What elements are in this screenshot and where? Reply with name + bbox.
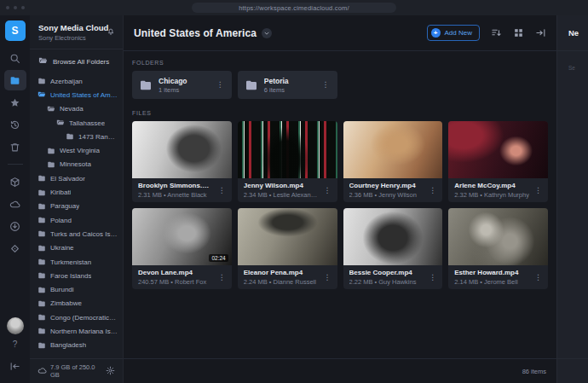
- file-thumbnail[interactable]: [238, 121, 337, 178]
- file-caption: Devon Lane.mp4240.57 MB • Robert Fox⋮: [132, 265, 232, 289]
- file-name: Arlene McCoy.mp4: [454, 182, 529, 189]
- toolbar: + Add New: [427, 25, 546, 41]
- tree-item-label: 1473 Ranchview …: [78, 133, 118, 141]
- user-avatar[interactable]: [7, 317, 24, 334]
- kebab-menu-icon[interactable]: ⋮: [426, 185, 439, 196]
- kebab-menu-icon[interactable]: ⋮: [321, 272, 334, 283]
- file-meta: 2.31 MB • Annette Black: [138, 191, 213, 199]
- window-dot[interactable]: [6, 6, 9, 9]
- folder-tree: AzerbaijanUnited States of AmericaNevada…: [30, 73, 123, 358]
- file-card-bessie-cooper-mp4[interactable]: Bessie Cooper.mp42.22 MB • Guy Hawkins⋮: [343, 208, 443, 289]
- sidebar-item-west-virginia[interactable]: West Virginia: [30, 143, 123, 157]
- file-thumbnail[interactable]: [343, 208, 443, 265]
- history-icon[interactable]: [4, 114, 26, 135]
- kebab-menu-icon[interactable]: ⋮: [532, 185, 545, 196]
- sidebar-item-tallahassee[interactable]: Tallahassee: [30, 116, 123, 130]
- file-card-esther-howard-mp4[interactable]: Esther Howard.mp42.14 MB • Jerome Bell⋮: [448, 208, 548, 289]
- sidebar-item-united-states-of-america[interactable]: United States of America: [30, 88, 123, 102]
- add-new-button[interactable]: + Add New: [427, 25, 480, 41]
- file-meta: 2.14 MB • Jerome Bell: [454, 278, 529, 286]
- window-dot[interactable]: [21, 6, 25, 9]
- sidebar-item-poland[interactable]: Poland: [30, 213, 123, 227]
- sidebar-item-zimbabwe[interactable]: Zimbabwe: [30, 297, 123, 310]
- file-card-devon-lane-mp4[interactable]: 02:24Devon Lane.mp4240.57 MB • Robert Fo…: [132, 208, 232, 289]
- help-button[interactable]: ?: [13, 339, 18, 349]
- folder-icon[interactable]: [4, 70, 26, 90]
- trash-icon[interactable]: [4, 136, 26, 157]
- file-meta: 2.32 MB • Kathryn Murphy: [454, 191, 529, 199]
- file-card-brooklyn-simmons-mp4[interactable]: Brooklyn Simmons.mp42.31 MB • Annette Bl…: [132, 121, 232, 202]
- sidebar-item-minnesota[interactable]: Minnesota: [30, 158, 123, 171]
- title-dropdown-chevron-icon[interactable]: [262, 28, 272, 38]
- tree-item-label: El Salvador: [50, 175, 85, 183]
- file-name: Devon Lane.mp4: [138, 269, 213, 276]
- kebab-menu-icon[interactable]: ⋮: [214, 79, 227, 90]
- window-dot[interactable]: [14, 6, 17, 9]
- kebab-menu-icon[interactable]: ⋮: [216, 185, 228, 196]
- sidebar-item-northern-mariana-islands[interactable]: Northern Mariana Islands: [30, 324, 123, 338]
- sidebar-item-el-salvador[interactable]: El Salvador: [30, 171, 123, 185]
- add-new-label: Add New: [445, 29, 472, 37]
- app-logo[interactable]: S: [5, 20, 26, 41]
- file-thumbnail[interactable]: 02:24: [132, 208, 232, 265]
- sidebar-item-ukraine[interactable]: Ukraine: [30, 241, 123, 255]
- folder-icon: [37, 271, 46, 280]
- sidebar-item-paraguay[interactable]: Paraguay: [30, 200, 123, 213]
- file-card-jenny-wilson-mp4[interactable]: Jenny Wilson.mp42.34 MB • Leslie Alexand…: [238, 121, 337, 202]
- duration-badge: 02:24: [209, 254, 228, 262]
- kebab-menu-icon[interactable]: ⋮: [320, 79, 332, 90]
- file-card-arlene-mccoy-mp4[interactable]: Arlene McCoy.mp42.32 MB • Kathryn Murphy…: [448, 121, 548, 202]
- quality-icon[interactable]: [4, 238, 26, 258]
- kebab-menu-icon[interactable]: ⋮: [216, 272, 228, 283]
- tree-item-label: Ukraine: [50, 244, 74, 252]
- file-thumbnail[interactable]: [343, 121, 443, 178]
- url-text: https://workspace.cimediacloud.com/: [239, 4, 349, 12]
- sort-icon[interactable]: [491, 27, 502, 38]
- notifications-bell-icon[interactable]: [107, 24, 115, 39]
- sidebar-item-bangladesh[interactable]: Bangladesh: [30, 339, 123, 352]
- folder-icon: [37, 189, 46, 197]
- main-footer: 86 items: [124, 358, 556, 383]
- content-area: FOLDERS Chicago1 items⋮Petoria6 items⋮ F…: [124, 51, 556, 358]
- search-icon[interactable]: [4, 48, 26, 68]
- kebab-menu-icon[interactable]: ⋮: [532, 272, 545, 283]
- file-thumbnail[interactable]: [238, 208, 337, 265]
- star-icon[interactable]: [4, 92, 26, 113]
- file-thumbnail[interactable]: [448, 208, 548, 265]
- sidebar-item-nevada[interactable]: Nevada: [30, 102, 123, 116]
- package-icon[interactable]: [4, 171, 26, 192]
- settings-gear-icon[interactable]: [106, 366, 115, 377]
- grid-icon[interactable]: [513, 27, 524, 38]
- browse-all-folders[interactable]: Browse All Folders: [30, 49, 123, 73]
- file-card-courtney-henry-mp4[interactable]: Courtney Henry.mp42.36 MB • Jenny Wilson…: [343, 121, 443, 202]
- file-card-eleanor-pena-mp4[interactable]: Eleanor Pena.mp42.24 MB • Dianne Russell…: [238, 208, 337, 289]
- window-controls[interactable]: [6, 0, 25, 15]
- sidebar-item-congo-democratic-repub[interactable]: Congo (Democratic Repub…: [30, 310, 123, 324]
- kebab-menu-icon[interactable]: ⋮: [321, 185, 334, 196]
- folders-icon: [38, 56, 48, 67]
- sidebar-item-faroe-islands[interactable]: Faroe Islands: [30, 269, 123, 282]
- file-thumbnail[interactable]: [132, 121, 232, 178]
- file-meta: 2.34 MB • Leslie Alexander: [244, 191, 319, 199]
- workspace-title: Sony Media Cloud: [38, 23, 114, 32]
- sidebar-item-kiribati[interactable]: Kiribati: [30, 185, 123, 199]
- folder-card-petoria[interactable]: Petoria6 items⋮: [238, 71, 337, 99]
- tree-item-label: Zimbabwe: [50, 299, 82, 307]
- tree-item-label: Azerbaijan: [50, 78, 83, 85]
- sidebar-item-azerbaijan[interactable]: Azerbaijan: [30, 74, 123, 88]
- download-icon[interactable]: [4, 216, 26, 236]
- sidebar-item-turkmenistan[interactable]: Turkmenistan: [30, 255, 123, 269]
- cloud-icon[interactable]: [4, 194, 26, 214]
- folder-icon: [245, 78, 258, 92]
- folder-icon: [37, 258, 46, 266]
- collapse-right-icon[interactable]: [535, 27, 546, 38]
- kebab-menu-icon[interactable]: ⋮: [426, 272, 439, 283]
- folder-icon: [47, 147, 55, 155]
- collapse-left-icon[interactable]: [4, 356, 26, 376]
- folder-card-chicago[interactable]: Chicago1 items⋮: [132, 71, 232, 99]
- sidebar-item-turks-and-caicos-islands[interactable]: Turks and Caicos Islands: [30, 227, 123, 241]
- sidebar-item-burundi[interactable]: Burundi: [30, 282, 123, 296]
- url-bar[interactable]: https://workspace.cimediacloud.com/: [192, 3, 396, 13]
- sidebar-item-1473-ranchview[interactable]: 1473 Ranchview …: [30, 130, 123, 143]
- file-thumbnail[interactable]: [448, 121, 548, 178]
